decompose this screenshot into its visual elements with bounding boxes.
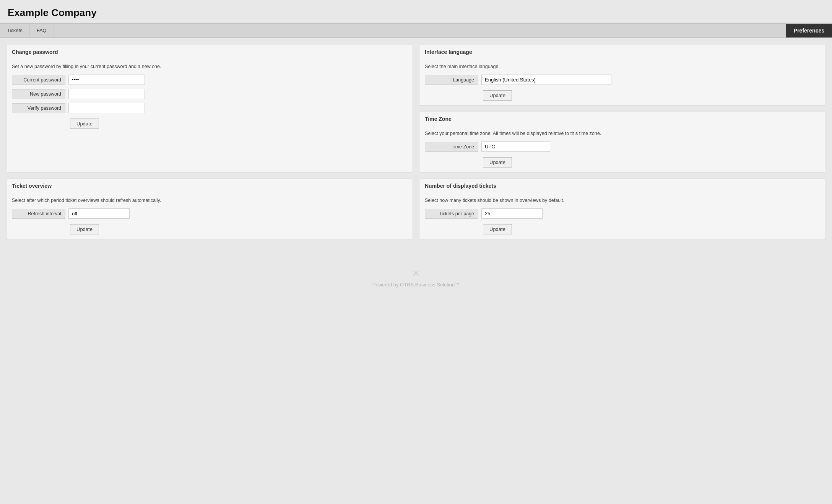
- current-password-label: Current password: [12, 75, 65, 85]
- change-password-panel: Change password Set a new password by fi…: [6, 45, 413, 172]
- timezone-label: Time Zone: [425, 142, 478, 152]
- interface-language-panel: Interface language Select the main inter…: [419, 45, 826, 106]
- new-password-row: New password: [12, 89, 407, 99]
- tickets-per-page-input[interactable]: [481, 208, 543, 219]
- ticket-overview-update-button[interactable]: Update: [70, 224, 99, 234]
- timezone-update-button[interactable]: Update: [483, 157, 512, 167]
- verify-password-label: Verify password: [12, 103, 65, 113]
- nav-faq[interactable]: FAQ: [30, 24, 54, 37]
- company-name: Example Company: [8, 7, 824, 19]
- displayed-tickets-update-button[interactable]: Update: [483, 224, 512, 234]
- top-row: Change password Set a new password by fi…: [6, 45, 826, 172]
- refresh-interval-input[interactable]: [68, 208, 130, 219]
- nav-tickets[interactable]: Tickets: [0, 24, 30, 37]
- ticket-overview-desc: Select after which period ticket overvie…: [12, 198, 407, 203]
- verify-password-row: Verify password: [12, 103, 407, 113]
- right-top-col: Interface language Select the main inter…: [419, 45, 826, 172]
- current-password-input[interactable]: [68, 75, 145, 85]
- change-password-title: Change password: [6, 45, 413, 59]
- header: Example Company: [0, 0, 832, 23]
- change-password-body: Set a new password by filling in your cu…: [6, 59, 413, 133]
- displayed-tickets-body: Select how many tickets should be shown …: [419, 193, 826, 239]
- navbar: Tickets FAQ Preferences: [0, 23, 832, 38]
- language-update-button[interactable]: Update: [483, 90, 512, 101]
- footer: ✳ Powered by OTRS Business Solution™: [0, 252, 832, 299]
- new-password-label: New password: [12, 89, 65, 99]
- language-input[interactable]: [481, 75, 611, 85]
- language-label: Language: [425, 75, 478, 85]
- time-zone-desc: Select your personal time zone. All time…: [425, 131, 820, 136]
- change-password-desc: Set a new password by filling in your cu…: [12, 64, 407, 69]
- refresh-interval-row: Refresh interval: [12, 208, 407, 219]
- tickets-per-page-label: Tickets per page: [425, 209, 478, 219]
- time-zone-panel: Time Zone Select your personal time zone…: [419, 112, 826, 172]
- main-content: Change password Set a new password by fi…: [0, 38, 832, 252]
- footer-text: Powered by OTRS Business Solution™: [8, 282, 824, 288]
- verify-password-input[interactable]: [68, 103, 145, 113]
- bottom-row: Ticket overview Select after which perio…: [6, 179, 826, 239]
- ticket-overview-body: Select after which period ticket overvie…: [6, 193, 413, 239]
- nav-preferences[interactable]: Preferences: [786, 24, 832, 37]
- tickets-per-page-row: Tickets per page: [425, 208, 820, 219]
- refresh-interval-label: Refresh interval: [12, 209, 65, 219]
- current-password-row: Current password: [12, 75, 407, 85]
- time-zone-title: Time Zone: [419, 112, 826, 126]
- ticket-overview-panel: Ticket overview Select after which perio…: [6, 179, 413, 239]
- ticket-overview-title: Ticket overview: [6, 179, 413, 193]
- displayed-tickets-panel: Number of displayed tickets Select how m…: [419, 179, 826, 239]
- nav-spacer: [54, 24, 786, 37]
- interface-language-desc: Select the main interface language.: [425, 64, 820, 69]
- language-row: Language: [425, 75, 820, 85]
- displayed-tickets-desc: Select how many tickets should be shown …: [425, 198, 820, 203]
- interface-language-body: Select the main interface language. Lang…: [419, 59, 826, 105]
- timezone-input[interactable]: [481, 141, 550, 152]
- change-password-update-button[interactable]: Update: [70, 119, 99, 129]
- displayed-tickets-title: Number of displayed tickets: [419, 179, 826, 193]
- timezone-row: Time Zone: [425, 141, 820, 152]
- new-password-input[interactable]: [68, 89, 145, 99]
- time-zone-body: Select your personal time zone. All time…: [419, 126, 826, 172]
- otrs-logo-icon: ✳: [8, 268, 824, 280]
- interface-language-title: Interface language: [419, 45, 826, 59]
